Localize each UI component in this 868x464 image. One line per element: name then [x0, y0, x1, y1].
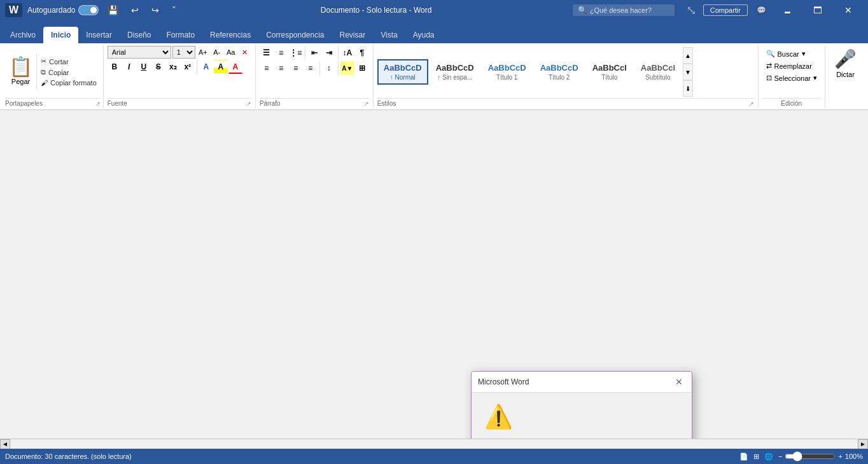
highlight-button[interactable]: A [214, 60, 228, 74]
superscript-button[interactable]: x² [181, 60, 195, 74]
tab-revisar[interactable]: Revisar [332, 27, 374, 43]
subscript-button[interactable]: x₂ [166, 60, 180, 74]
styles-expand[interactable]: ⬇ [683, 80, 693, 97]
zoom-slider[interactable] [785, 451, 836, 461]
align-center-button[interactable]: ≡ [274, 61, 288, 75]
document-area[interactable]: Microsoft Word ✕ ⚠️ [0, 110, 868, 464]
close-button[interactable]: ✕ [834, 0, 863, 20]
font-grow-button[interactable]: A+ [197, 46, 209, 59]
style-titulo1[interactable]: AaBbCcD Título 1 [482, 59, 533, 85]
qat-more-button[interactable]: ˅ [168, 3, 180, 18]
clipboard-expand-icon[interactable]: ↗ [95, 101, 101, 107]
line-spacing-button[interactable]: ↕ [322, 61, 336, 75]
outdent-button[interactable]: ⇤ [307, 46, 321, 60]
status-right: 📄 ⊞ 🌐 − + 100% [739, 451, 863, 461]
print-layout-icon[interactable]: ⊞ [753, 453, 759, 461]
clear-format-button[interactable]: Aa [225, 46, 237, 59]
cut-button[interactable]: ✂ Cortar [39, 57, 98, 66]
styles-scroll-up[interactable]: ▲ [683, 47, 693, 64]
zoom-plus-button[interactable]: + [838, 453, 842, 460]
style-normal-label: ↑ Normal [390, 74, 416, 81]
style-normal[interactable]: AaBbCcD ↑ Normal [377, 59, 428, 85]
tab-vista[interactable]: Vista [373, 27, 405, 43]
horizontal-scrollbar[interactable]: ◄ ► [0, 439, 868, 449]
paragraph-row2: ≡ ≡ ≡ ≡ ↕ A▼ ⊞ [260, 61, 369, 75]
paragraph-expand-icon[interactable]: ↗ [364, 101, 369, 107]
reading-view-icon[interactable]: 📄 [739, 453, 748, 461]
tab-archivo[interactable]: Archivo [3, 27, 43, 43]
paste-button[interactable]: 📋 Pegar [5, 54, 37, 90]
select-button[interactable]: ⊡ Seleccionar ▾ [764, 73, 820, 83]
indent-button[interactable]: ⇥ [322, 46, 336, 60]
find-button[interactable]: 🔍 Buscar ▾ [764, 48, 820, 59]
italic-button[interactable]: I [122, 60, 136, 74]
styles-group-label: Estilos ↗ [377, 98, 754, 107]
bullets-button[interactable]: ☰ [260, 46, 274, 60]
align-right-button[interactable]: ≡ [289, 61, 303, 75]
style-titulo1-label: Título 1 [496, 74, 517, 81]
style-titulo1-preview: AaBbCcD [488, 63, 526, 73]
style-subtitulo[interactable]: AaBbCcl Subtítulo [634, 59, 682, 85]
show-format-button[interactable]: ¶ [355, 46, 369, 60]
styles-scroll-down[interactable]: ▼ [683, 64, 693, 80]
styles-expand-icon[interactable]: ↗ [749, 101, 754, 107]
voice-content: 🎤 Dictar [829, 46, 862, 81]
multilevel-button[interactable]: ⋮≡ [289, 46, 303, 60]
tab-referencias[interactable]: Referencias [202, 27, 258, 43]
tab-ayuda[interactable]: Ayuda [405, 27, 442, 43]
shading-button[interactable]: A▼ [340, 61, 354, 75]
scroll-right-button[interactable]: ► [858, 439, 868, 449]
font-shrink-button[interactable]: A- [211, 46, 223, 59]
para-divider2 [338, 46, 339, 60]
restore-button[interactable]: 🗖 [803, 0, 832, 20]
share-button[interactable]: Compartir [703, 4, 748, 16]
tab-correspondencia[interactable]: Correspondencia [258, 27, 332, 43]
style-sin-espacio[interactable]: AaBbCcD ↑ Sin espa... [430, 59, 480, 85]
copy-format-button[interactable]: 🖌 Copiar formato [39, 78, 98, 87]
zoom-minus-button[interactable]: − [778, 453, 782, 460]
numbering-button[interactable]: ≡ [274, 46, 288, 60]
align-left-button[interactable]: ≡ [260, 61, 274, 75]
tab-diseno[interactable]: Diseño [120, 27, 158, 43]
clipboard-group-label: Portapapeles ↗ [5, 98, 101, 107]
font-size-select[interactable]: 1 [172, 46, 195, 59]
justify-button[interactable]: ≡ [304, 61, 318, 75]
font-group-content: Arial 1 A+ A- Aa ✕ B I U S [108, 46, 251, 98]
search-bar[interactable]: 🔍 ¿Qué desea hacer? [573, 4, 675, 16]
comment-icon[interactable]: 💬 [757, 6, 766, 15]
sort-button[interactable]: ↕A [340, 46, 354, 60]
paste-icon: 📋 [9, 55, 32, 78]
style-titulo2[interactable]: AaBbCcD Título 2 [534, 59, 585, 85]
search-icon: 🔍 [766, 50, 775, 58]
tab-insertar[interactable]: Insertar [78, 27, 120, 43]
font-name-row: Arial 1 A+ A- Aa ✕ [108, 46, 251, 59]
font-name-select[interactable]: Arial [108, 46, 171, 59]
zoom-control: − + 100% [778, 451, 863, 461]
underline-button[interactable]: U [137, 60, 151, 74]
autosave-toggle[interactable] [78, 5, 99, 15]
tab-formato[interactable]: Formato [158, 27, 202, 43]
font-expand-icon[interactable]: ↗ [246, 101, 251, 107]
editing-group: 🔍 Buscar ▾ ⇄ Reemplazar ⊡ Seleccionar ▾ … [759, 45, 825, 108]
web-layout-icon[interactable]: 🌐 [764, 453, 773, 461]
style-titulo2-label: Título 2 [549, 74, 570, 81]
clear-all-button[interactable]: ✕ [239, 46, 251, 59]
bold-button[interactable]: B [108, 60, 122, 74]
style-titulo[interactable]: AaBbCcl Título [586, 59, 633, 85]
para-divider1 [305, 46, 305, 60]
save-button[interactable]: 💾 [104, 3, 122, 18]
text-effect-button[interactable]: A [199, 60, 213, 74]
ribbon: Archivo Inicio Insertar Diseño Formato R… [0, 20, 868, 110]
dialog-close-button[interactable]: ✕ [673, 376, 685, 388]
scroll-left-button[interactable]: ◄ [0, 439, 10, 449]
undo-button[interactable]: ↩ [127, 3, 143, 18]
copy-button[interactable]: ⧉ Copiar [39, 67, 98, 77]
strikethrough-button[interactable]: S [151, 60, 165, 74]
minimize-button[interactable]: 🗕 [773, 0, 802, 20]
font-color-button[interactable]: A [228, 60, 242, 74]
borders-button[interactable]: ⊞ [355, 61, 369, 75]
ribbon-content: 📋 Pegar ✂ Cortar ⧉ Copiar [0, 43, 868, 110]
redo-button[interactable]: ↪ [148, 3, 163, 18]
replace-button[interactable]: ⇄ Reemplazar [764, 60, 820, 71]
tab-inicio[interactable]: Inicio [43, 27, 78, 43]
